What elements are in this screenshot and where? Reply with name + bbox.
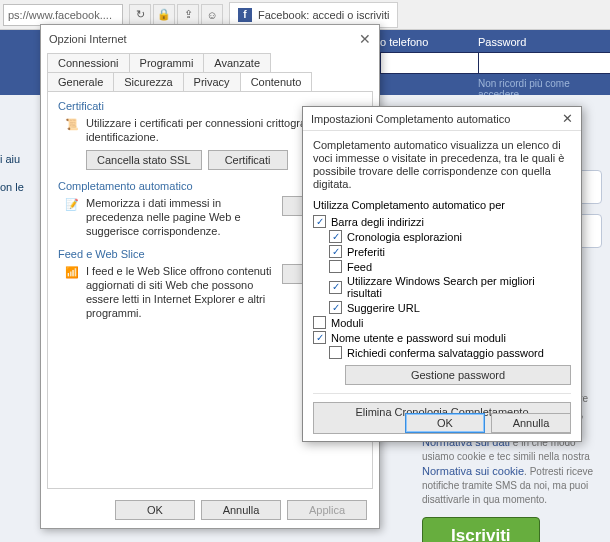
clear-ssl-button[interactable]: Cancella stato SSL <box>86 150 202 170</box>
tab-general[interactable]: Generale <box>47 72 114 91</box>
checkbox-8[interactable]: Richiedi conferma salvataggio password <box>329 346 571 359</box>
checkbox-0[interactable]: Barra degli indirizzi <box>313 215 571 228</box>
lock-icon[interactable]: 🔒 <box>153 4 175 26</box>
dialog-tabs: Connessioni Programmi Avanzate Generale … <box>41 53 379 91</box>
checkbox-box-icon <box>329 346 342 359</box>
apply-button[interactable]: Applica <box>287 500 367 520</box>
checkbox-1[interactable]: Cronologia esplorazioni <box>329 230 571 243</box>
close-icon[interactable]: ✕ <box>562 111 573 126</box>
checkbox-box-icon <box>313 215 326 228</box>
tab-connections[interactable]: Connessioni <box>47 53 130 72</box>
autocomplete-settings-dialog: Impostazioni Completamento automatico ✕ … <box>302 106 582 442</box>
rss-icon: 📶 <box>58 264 86 279</box>
checkbox-label: Richiedi conferma salvataggio password <box>347 347 544 359</box>
dialog2-body: Completamento automatico visualizza un e… <box>303 131 581 442</box>
checkbox-2[interactable]: Preferiti <box>329 245 571 258</box>
checkbox-box-icon <box>329 281 342 294</box>
checkbox-label: Preferiti <box>347 246 385 258</box>
tab-programs[interactable]: Programmi <box>129 53 205 72</box>
certificate-icon: 📜 <box>58 116 86 131</box>
refresh-icon[interactable]: ↻ <box>129 4 151 26</box>
login-col-2: Password <box>478 36 598 74</box>
autocomplete-icon: 📝 <box>58 196 86 211</box>
manage-passwords-button[interactable]: Gestione password <box>345 365 571 385</box>
feeds-text: I feed e le Web Slice offrono contenuti … <box>86 264 276 320</box>
address-bar[interactable]: ps://www.facebook.... <box>3 4 123 26</box>
login-label-2: Password <box>478 36 598 48</box>
facebook-tagline: i aiu on le <box>0 145 24 201</box>
cancel-button[interactable]: Annulla <box>491 413 571 433</box>
tab-label: Facebook: accedi o iscriviti <box>258 9 389 21</box>
tagline-2: on le <box>0 173 24 201</box>
login-label-1: o telefono <box>380 36 470 48</box>
checkbox-label: Barra degli indirizzi <box>331 216 424 228</box>
checkbox-box-icon <box>329 301 342 314</box>
checkbox-list: Barra degli indirizziCronologia esploraz… <box>313 215 571 359</box>
separator <box>313 393 571 394</box>
autocomplete-text: Memorizza i dati immessi in precedenza n… <box>86 196 276 238</box>
checkbox-label: Feed <box>347 261 372 273</box>
tab-advanced[interactable]: Avanzate <box>203 53 271 72</box>
ok-button[interactable]: OK <box>115 500 195 520</box>
dialog2-footer: OK Annulla <box>405 413 571 433</box>
checkbox-label: Suggerire URL <box>347 302 420 314</box>
checkbox-label: Nome utente e password sui moduli <box>331 332 506 344</box>
dialog-titlebar[interactable]: Opzioni Internet ✕ <box>41 25 379 53</box>
checkbox-7[interactable]: Nome utente e password sui moduli <box>313 331 571 344</box>
checkbox-5[interactable]: Suggerire URL <box>329 301 571 314</box>
tab-content[interactable]: Contenuto <box>240 72 313 91</box>
close-icon[interactable]: ✕ <box>359 31 371 47</box>
signup-button[interactable]: Iscriviti <box>422 517 540 542</box>
tagline-1: i aiu <box>0 145 24 173</box>
dialog-title: Opzioni Internet <box>49 33 127 45</box>
checkbox-box-icon <box>329 260 342 273</box>
checkbox-box-icon <box>313 331 326 344</box>
dialog2-titlebar[interactable]: Impostazioni Completamento automatico ✕ <box>303 107 581 131</box>
checkbox-box-icon <box>329 230 342 243</box>
certificates-button[interactable]: Certificati <box>208 150 288 170</box>
ok-button[interactable]: OK <box>405 413 485 433</box>
checkbox-box-icon <box>329 245 342 258</box>
dialog2-title: Impostazioni Completamento automatico <box>311 113 510 125</box>
dialog2-intro: Completamento automatico visualizza un e… <box>313 139 571 191</box>
checkbox-6[interactable]: Moduli <box>313 316 571 329</box>
checkbox-label: Utilizzare Windows Search per migliori r… <box>347 275 571 299</box>
share-icon[interactable]: ⇪ <box>177 4 199 26</box>
checkbox-box-icon <box>313 316 326 329</box>
checkbox-4[interactable]: Utilizzare Windows Search per migliori r… <box>329 275 571 299</box>
cancel-button[interactable]: Annulla <box>201 500 281 520</box>
url-text: ps://www.facebook.... <box>8 9 112 21</box>
tab-security[interactable]: Sicurezza <box>113 72 183 91</box>
tab-privacy[interactable]: Privacy <box>183 72 241 91</box>
dialog-footer: OK Annulla Applica <box>115 500 367 520</box>
checkbox-label: Cronologia esplorazioni <box>347 231 462 243</box>
login-input-password[interactable] <box>478 52 610 74</box>
login-col-1: o telefono <box>380 36 470 74</box>
smile-icon[interactable]: ☺ <box>201 4 223 26</box>
facebook-favicon-icon: f <box>238 8 252 22</box>
checkbox-3[interactable]: Feed <box>329 260 571 273</box>
checkbox-label: Moduli <box>331 317 363 329</box>
use-for-label: Utilizza Completamento automatico per <box>313 199 571 211</box>
